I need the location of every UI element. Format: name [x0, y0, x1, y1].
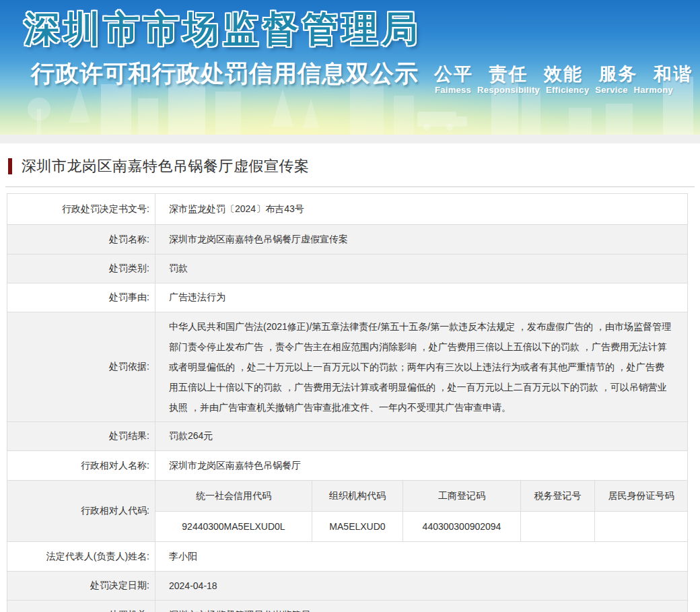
codes-value-business-reg: 440300300902094 [403, 512, 521, 541]
row-value: 李小阳 [155, 542, 687, 571]
row-legal-representative: 法定代表人(负责人)姓名: 李小阳 [7, 541, 687, 571]
content-panel: 深圳市龙岗区南嘉特色吊锅餐厅虚假宣传案 行政处罚决定书文号: 深市监龙处罚〔20… [0, 143, 700, 612]
row-value: 深圳市市场监督管理局龙岗监管局 [155, 601, 687, 612]
codes-header-tax-reg: 税务登记号 [521, 481, 595, 512]
row-label: 处罚依据: [7, 312, 155, 421]
page-background-gap [0, 135, 700, 143]
row-value: 深市监龙处罚〔2024〕布吉43号 [155, 194, 687, 224]
row-label: 处罚类别: [7, 254, 155, 283]
row-label: 处罚机关: [7, 601, 155, 612]
row-label: 行政处罚决定书文号: [7, 194, 155, 224]
row-decision-date: 处罚决定日期: 2024-04-18 [7, 571, 687, 600]
row-party-codes: 行政相对人代码: 统一社会信用代码 组织机构代码 工商登记码 税务登记号 居民身… [7, 480, 687, 541]
codes-header-id-number: 居民身份证号码 [595, 481, 687, 512]
codes-header-business-reg: 工商登记码 [403, 481, 521, 512]
row-label: 处罚名称: [7, 225, 155, 254]
codes-value-credit-code: 92440300MA5ELXUD0L [155, 512, 312, 541]
slogan-chinese: 公平 责任 效能 服务 和谐 [434, 62, 693, 86]
row-label: 行政相对人代码: [7, 481, 155, 541]
row-value: 深圳市龙岗区南嘉特色吊锅餐厅 [155, 451, 687, 480]
row-penalty-result: 处罚结果: 罚款264元 [7, 421, 687, 450]
codes-value-org-code: MA5ELXUD0 [312, 512, 403, 541]
row-label: 处罚事由: [7, 283, 155, 312]
row-label: 法定代表人(负责人)姓名: [7, 542, 155, 571]
row-value: 2024-04-18 [155, 572, 687, 600]
codes-value-tax-reg [521, 512, 595, 541]
row-party-name: 行政相对人名称: 深圳市龙岗区南嘉特色吊锅餐厅 [7, 450, 687, 480]
row-label: 处罚决定日期: [7, 572, 155, 600]
party-codes-table: 统一社会信用代码 组织机构代码 工商登记码 税务登记号 居民身份证号码 9244… [155, 481, 687, 541]
row-penalty-basis: 处罚依据: 中华人民共和国广告法(2021修正)/第五章法律责任/第五十五条/第… [7, 312, 687, 421]
row-value: 罚款 [155, 254, 687, 283]
slogan-english: Faimess Responsibility Efficiency Servic… [435, 85, 673, 95]
row-document-number: 行政处罚决定书文号: 深市监龙处罚〔2024〕布吉43号 [7, 194, 687, 224]
codes-header-credit-code: 统一社会信用代码 [155, 481, 312, 512]
row-label: 处罚结果: [7, 422, 155, 450]
header-banner: 深圳市市场监督管理局 行政许可和行政处罚信用信息双公示 公平 责任 效能 服务 … [0, 0, 700, 135]
row-label: 行政相对人名称: [7, 451, 155, 480]
penalty-info-table: 行政处罚决定书文号: 深市监龙处罚〔2024〕布吉43号 处罚名称: 深圳市龙岗… [7, 193, 688, 612]
banner-subtitle: 行政许可和行政处罚信用信息双公示 [31, 58, 419, 90]
org-title: 深圳市市场监督管理局 [24, 5, 421, 54]
case-title-block: 深圳市龙岗区南嘉特色吊锅餐厅虚假宣传案 [8, 158, 700, 175]
title-marker [8, 158, 12, 174]
title-divider [5, 186, 695, 187]
row-value: 深圳市龙岗区南嘉特色吊锅餐厅虚假宣传案 [155, 225, 687, 254]
codes-value-id-number [595, 512, 687, 541]
row-value: 广告违法行为 [155, 283, 687, 312]
page-title: 深圳市龙岗区南嘉特色吊锅餐厅虚假宣传案 [22, 156, 310, 176]
row-value: 罚款264元 [155, 422, 687, 450]
row-penalty-reason: 处罚事由: 广告违法行为 [7, 283, 687, 312]
row-value: 中华人民共和国广告法(2021修正)/第五章法律责任/第五十五条/第一款违反本法… [155, 312, 687, 421]
row-penalty-category: 处罚类别: 罚款 [7, 254, 687, 283]
codes-header-org-code: 组织机构代码 [312, 481, 403, 512]
row-penalty-name: 处罚名称: 深圳市龙岗区南嘉特色吊锅餐厅虚假宣传案 [7, 224, 687, 254]
row-penalty-authority: 处罚机关: 深圳市市场监督管理局龙岗监管局 [7, 600, 687, 612]
